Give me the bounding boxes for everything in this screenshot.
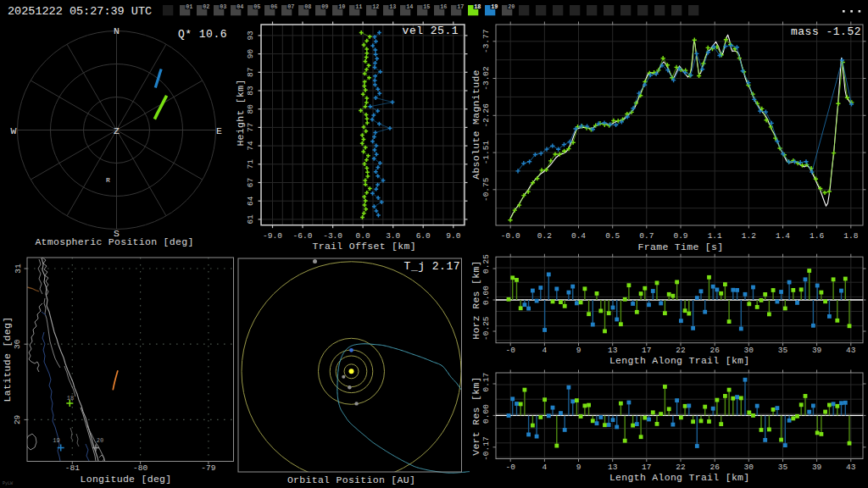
svg-text:77: 77 [246,123,255,132]
svg-text:71: 71 [246,159,255,169]
svg-text:35: 35 [778,463,788,472]
svg-text:87: 87 [246,68,255,77]
svg-text:0.7: 0.7 [639,231,654,241]
svg-text:18: 18 [474,3,481,10]
svg-text:15: 15 [423,3,430,10]
svg-text:Frame Time [s]: Frame Time [s] [638,241,724,252]
svg-text:30: 30 [744,463,754,472]
svg-text:01: 01 [186,3,192,10]
svg-text:4: 4 [542,463,548,472]
svg-text:04: 04 [236,3,243,10]
svg-text:80: 80 [246,104,255,114]
svg-text:74: 74 [246,141,255,151]
svg-text:9.0: 9.0 [446,231,460,241]
svg-text:13: 13 [608,346,618,355]
svg-text:13: 13 [608,463,618,472]
svg-text:09: 09 [321,3,328,10]
svg-text:W: W [11,125,17,136]
svg-text:Orbital Position [AU]: Orbital Position [AU] [287,474,415,485]
svg-text:-2.26: -2.26 [481,103,491,128]
svg-text:61: 61 [246,214,255,225]
svg-text:Height [km]: Height [km] [235,79,246,146]
svg-text:-0.0: -0.0 [501,231,520,241]
svg-text:-0.25: -0.25 [481,316,491,341]
svg-text:9: 9 [576,463,581,472]
svg-text:64: 64 [246,196,255,206]
svg-text:vel 25.1: vel 25.1 [403,25,459,37]
svg-text:35: 35 [778,346,788,355]
svg-text:Z: Z [114,125,120,136]
svg-text:0.5: 0.5 [605,231,620,241]
svg-text:17: 17 [457,3,464,10]
svg-text:-3.77: -3.77 [481,30,491,54]
svg-text:Length Along Trail [km]: Length Along Trail [km] [609,472,750,483]
svg-text:6.0: 6.0 [416,231,431,241]
svg-text:1.8: 1.8 [843,231,858,241]
svg-text:17: 17 [642,346,651,355]
svg-text:-81: -81 [65,463,80,473]
svg-text:02: 02 [203,3,209,10]
svg-text:Absolute Magnitude: Absolute Magnitude [470,69,481,180]
svg-text:08: 08 [304,3,311,10]
svg-text:07: 07 [287,3,294,10]
svg-text:20: 20 [97,437,103,444]
svg-text:0.25: 0.25 [481,254,491,274]
svg-text:26: 26 [709,346,720,355]
svg-text:Horz Res [km]: Horz Res [km] [470,260,481,340]
svg-text:0.4: 0.4 [571,231,586,241]
svg-text:-9.0: -9.0 [263,231,282,241]
svg-text:1.2: 1.2 [742,231,756,241]
svg-text:Trail Offset [km]: Trail Offset [km] [312,241,415,252]
svg-text:90: 90 [246,49,255,59]
svg-text:22: 22 [676,463,686,472]
svg-text:20251222 05:27:39 UTC: 20251222 05:27:39 UTC [8,5,152,18]
svg-text:05: 05 [253,3,260,10]
svg-text:06: 06 [270,3,277,10]
svg-text:30: 30 [14,339,23,349]
svg-text:0.0: 0.0 [356,231,370,241]
svg-text:-0: -0 [505,463,515,472]
svg-text:16: 16 [440,3,447,10]
svg-text:43: 43 [846,346,856,355]
svg-text:4: 4 [542,346,548,355]
svg-text:31: 31 [14,263,23,274]
svg-text:0.17: 0.17 [481,373,491,392]
svg-text:-80: -80 [133,463,147,473]
svg-text:18: 18 [67,395,74,402]
svg-text:0.2: 0.2 [537,231,552,241]
svg-text:mass -1.52: mass -1.52 [791,25,861,38]
svg-text:43: 43 [846,463,856,472]
svg-text:1.1: 1.1 [708,231,722,241]
svg-text:Q* 10.6: Q* 10.6 [178,28,227,41]
svg-text:9: 9 [576,346,581,355]
svg-text:-3.0: -3.0 [323,231,342,241]
svg-text:1.6: 1.6 [810,231,824,241]
svg-text:T_j 2.17: T_j 2.17 [404,260,460,273]
svg-text:30: 30 [744,346,754,355]
svg-text:22: 22 [676,346,686,355]
svg-text:20: 20 [508,3,515,10]
svg-text:19: 19 [53,437,59,444]
svg-text:-0.75: -0.75 [481,177,491,202]
svg-text:Vert Res [km]: Vert Res [km] [470,376,481,456]
svg-text:19: 19 [491,3,498,10]
svg-text:-79: -79 [201,463,215,473]
svg-text:R: R [106,176,110,184]
svg-text:93: 93 [246,30,255,41]
svg-text:Longitude [deg]: Longitude [deg] [80,474,171,485]
svg-text:13: 13 [389,3,396,10]
svg-text:03: 03 [220,3,226,10]
svg-text:29: 29 [14,414,23,424]
svg-text:10: 10 [338,3,345,10]
svg-text:1.4: 1.4 [776,231,790,241]
svg-text:3.0: 3.0 [386,231,400,241]
svg-text:0.9: 0.9 [673,231,687,241]
svg-text:14: 14 [406,3,413,10]
svg-text:N: N [114,25,120,36]
svg-text:17: 17 [642,463,651,472]
svg-text:0.00: 0.00 [481,286,491,305]
svg-text:26: 26 [709,463,720,472]
svg-text:11: 11 [355,3,362,10]
svg-text:-6.0: -6.0 [293,231,313,241]
svg-text:E: E [216,125,222,136]
